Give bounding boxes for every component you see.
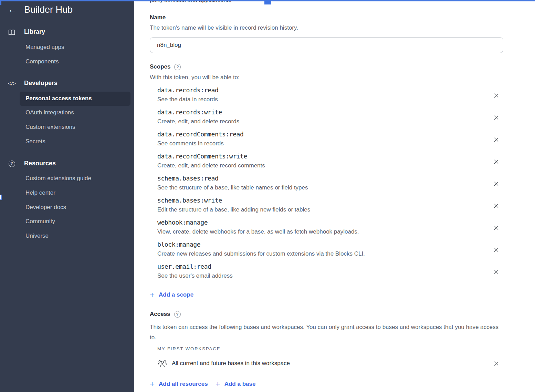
sidebar-section-library: Library: [24, 28, 45, 35]
scope-name: data.recordComments:write: [157, 152, 503, 161]
token-form-panel: party services and applications. Name Th…: [134, 0, 535, 392]
sidebar-item-personal-access-tokens[interactable]: Personal access tokens: [25, 95, 92, 102]
sidebar-item-components[interactable]: Components: [25, 58, 59, 65]
scope-name: data.records:write: [157, 108, 503, 117]
workspace-access-row: All current and future bases in this wor…: [157, 357, 503, 370]
scope-row: schema.bases:read See the structure of a…: [157, 174, 503, 193]
selection-top-handle[interactable]: [264, 0, 271, 4]
remove-scope-button[interactable]: [492, 113, 501, 122]
remove-scope-button[interactable]: [492, 201, 501, 210]
scope-description: Create, edit, and delete records: [157, 117, 503, 126]
sidebar-divider-line: [11, 90, 11, 149]
sidebar-divider-line: [11, 172, 11, 244]
scope-name: data.recordComments:read: [157, 130, 503, 139]
scopes-heading-label: Scopes: [150, 63, 170, 70]
scope-description: See the data in records: [157, 95, 503, 104]
access-help-icon[interactable]: ?: [174, 311, 181, 318]
sidebar-item-universe[interactable]: Universe: [25, 232, 49, 240]
book-icon: [8, 28, 16, 37]
sidebar-section-resources: Resources: [24, 159, 56, 167]
remove-scope-button[interactable]: [492, 245, 501, 254]
access-description: This token can access the following base…: [150, 322, 501, 343]
add-a-base-label: Add a base: [224, 380, 256, 389]
scopes-intro-text: With this token, you will be able to:: [150, 74, 535, 81]
name-section-description: The token's name will be visible in reco…: [150, 24, 535, 31]
scopes-section-heading: Scopes ?: [150, 63, 535, 70]
sidebar-section-developers: Developers: [24, 79, 57, 87]
selection-left-handle[interactable]: [0, 195, 2, 200]
add-scope-label: Add a scope: [159, 290, 193, 299]
scope-name: schema.bases:read: [157, 174, 503, 183]
scope-description: View, create, delete webhooks for a base…: [157, 227, 503, 237]
remove-scope-button[interactable]: [492, 91, 501, 100]
scope-row: block:manage Create new releases and sub…: [157, 240, 503, 259]
scope-name: block:manage: [157, 240, 503, 249]
add-a-base-button[interactable]: + Add a base: [216, 380, 256, 389]
sidebar-item-custom-extensions-guide[interactable]: Custom extensions guide: [25, 175, 91, 182]
remove-scope-button[interactable]: [492, 157, 501, 166]
scope-name: user.email:read: [157, 262, 503, 271]
plus-icon: +: [150, 380, 155, 389]
sidebar-item-secrets[interactable]: Secrets: [25, 138, 45, 145]
workspace-access-label: All current and future bases in this wor…: [172, 360, 290, 367]
remove-scope-button[interactable]: [492, 267, 501, 276]
remove-workspace-access-button[interactable]: [492, 359, 501, 368]
sidebar-item-oauth-integrations[interactable]: OAuth integrations: [25, 109, 74, 116]
workspace-group-label: MY FIRST WORKSPACE: [157, 345, 535, 352]
help-icon: ?: [8, 159, 16, 168]
access-heading-label: Access: [150, 311, 170, 318]
scope-description: See comments in records: [157, 139, 503, 148]
sidebar-divider-line: [11, 41, 11, 69]
scope-description: Edit the structure of a base, like addin…: [157, 205, 503, 215]
sidebar-item-developer-docs[interactable]: Developer docs: [25, 204, 66, 211]
scope-name: data.records:read: [157, 86, 503, 95]
sidebar-item-custom-extensions[interactable]: Custom extensions: [25, 123, 75, 131]
back-arrow-icon[interactable]: ←: [7, 3, 18, 15]
scope-row: data.recordComments:write Create, edit, …: [157, 152, 503, 171]
scope-row: data.records:write Create, edit, and del…: [157, 108, 503, 127]
builder-hub-sidebar: ← Builder Hub Library Managed apps Compo…: [0, 0, 134, 392]
sidebar-title: Builder Hub: [24, 3, 73, 16]
scope-row: data.records:read See the data in record…: [157, 86, 503, 105]
scope-row: schema.bases:write Edit the structure of…: [157, 196, 503, 215]
scopes-help-icon[interactable]: ?: [174, 64, 181, 70]
plus-icon: +: [216, 380, 220, 389]
add-all-resources-label: Add all resources: [159, 380, 208, 389]
scope-description: Create, edit, and delete record comments: [157, 161, 503, 171]
scope-row: data.recordComments:read See comments in…: [157, 130, 503, 149]
scope-row: user.email:read See the user's email add…: [157, 262, 503, 281]
sidebar-item-community[interactable]: Community: [25, 218, 55, 225]
code-icon: </>: [8, 79, 16, 87]
scope-description: See the user's email address: [157, 271, 503, 281]
selection-corner-sliver: [0, 0, 1, 5]
add-scope-button[interactable]: + Add a scope: [150, 290, 535, 299]
remove-scope-button[interactable]: [492, 135, 501, 144]
scopes-list: data.records:read See the data in record…: [157, 86, 503, 281]
sidebar-item-managed-apps[interactable]: Managed apps: [25, 43, 64, 51]
sidebar-item-help-center[interactable]: Help center: [25, 189, 55, 197]
user-group-icon: [157, 359, 167, 368]
scope-row: webhook:manage View, create, delete webh…: [157, 218, 503, 237]
scope-name: schema.bases:write: [157, 196, 503, 205]
plus-icon: +: [150, 290, 155, 299]
scope-description: Create new releases and submissions for …: [157, 249, 503, 259]
access-section-heading: Access ?: [150, 311, 535, 318]
scope-description: See the structure of a base, like table …: [157, 183, 503, 193]
remove-scope-button[interactable]: [492, 179, 501, 188]
remove-scope-button[interactable]: [492, 223, 501, 232]
token-name-input[interactable]: [150, 37, 503, 53]
scope-name: webhook:manage: [157, 218, 503, 227]
name-section-heading: Name: [150, 14, 535, 21]
add-all-resources-button[interactable]: + Add all resources: [150, 380, 208, 389]
